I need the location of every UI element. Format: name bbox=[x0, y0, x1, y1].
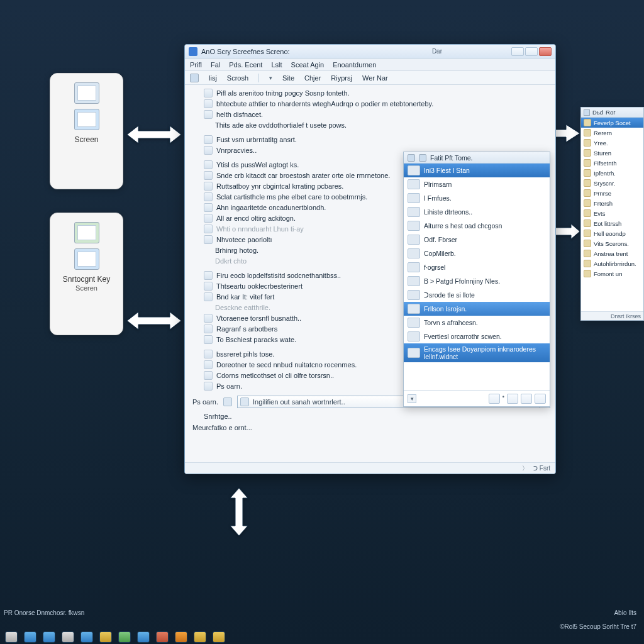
card-label: Screen bbox=[57, 135, 116, 144]
item-icon bbox=[408, 193, 420, 203]
panel-item[interactable]: Torvn s afrahcesn. bbox=[404, 316, 550, 330]
card-screen-2[interactable]: Snrtocgnt Key Sceren bbox=[50, 213, 123, 335]
minimize-button[interactable] bbox=[511, 47, 524, 56]
panel-item[interactable]: B > Patgd Ffolnnjiny Nles. bbox=[404, 274, 550, 288]
panel-item[interactable]: Encags Isee Doyanpiorn inknaroderes lell… bbox=[404, 343, 550, 362]
option-icon bbox=[204, 135, 213, 144]
menu-item[interactable]: Sceat Agin bbox=[291, 61, 325, 69]
toolbar-icon[interactable] bbox=[190, 74, 199, 82]
panel-footer-button[interactable] bbox=[507, 394, 518, 404]
panel-footer-button[interactable] bbox=[521, 394, 532, 404]
taskbar-button[interactable] bbox=[213, 631, 225, 643]
list-item[interactable]: helth disfnacet. bbox=[192, 110, 550, 119]
panel-item[interactable]: f·ogrsel bbox=[404, 260, 550, 274]
right-panel-item[interactable]: Vits Scerons. bbox=[581, 238, 643, 248]
item-label: Autohlirbrrirdun. bbox=[594, 260, 636, 267]
menu-item[interactable]: Prifl bbox=[190, 61, 202, 69]
right-panel-item[interactable]: Sturen bbox=[581, 148, 643, 158]
panel-item[interactable]: Ini3 Flest I Stan bbox=[404, 164, 550, 177]
status-label: 〉 bbox=[522, 464, 528, 473]
item-label: Brhinrg hotog. bbox=[215, 246, 258, 255]
taskbar-button[interactable] bbox=[137, 631, 150, 643]
toolbar-item[interactable]: Scrosh bbox=[227, 74, 248, 82]
panel-footer-button[interactable] bbox=[535, 394, 546, 404]
right-panel-item[interactable]: Yree. bbox=[581, 138, 643, 148]
panel-item[interactable]: Plrimsarn bbox=[404, 177, 550, 191]
item-label: Ruttsatboy ynr cbgintcal krrating pcbare… bbox=[216, 182, 343, 191]
taskbar-button[interactable] bbox=[62, 631, 74, 643]
list-item[interactable]: Pifl als arenitoo tnitng pogcy Sosnp ton… bbox=[192, 89, 550, 97]
taskbar-button[interactable] bbox=[194, 631, 206, 643]
toolbar-item[interactable]: Wer Nar bbox=[362, 74, 388, 82]
list-item[interactable]: Snrhtge.. bbox=[192, 412, 550, 421]
menu-item[interactable]: Fal bbox=[211, 61, 220, 69]
right-panel-item[interactable]: Ipfentrh. bbox=[581, 168, 643, 178]
panel-item[interactable]: Aiturre s hest oad chcgosn bbox=[404, 219, 550, 233]
panel-item[interactable]: CopMilerb. bbox=[404, 247, 550, 260]
item-label: Evts bbox=[594, 210, 605, 217]
panel-item[interactable]: I Fmfues. bbox=[404, 191, 550, 205]
close-button[interactable] bbox=[539, 47, 552, 56]
taskbar-button[interactable] bbox=[175, 631, 187, 643]
option-icon bbox=[204, 371, 213, 380]
list-item[interactable]: bhtecbute athtier to nhardernts wteghAud… bbox=[192, 99, 550, 108]
panel-item[interactable]: Fvertiesl orcarrothr scwen. bbox=[404, 330, 550, 343]
documents-icon bbox=[74, 82, 99, 104]
menu-item[interactable]: Lslt bbox=[271, 61, 282, 69]
right-panel-item[interactable]: Frtersh bbox=[581, 198, 643, 208]
right-panel-item[interactable]: Autohlirbrrirdun. bbox=[581, 258, 643, 269]
right-panel-item[interactable]: Hell eoondp bbox=[581, 228, 643, 238]
right-panel-item[interactable]: Rerern bbox=[581, 128, 643, 138]
toolbar-item[interactable]: lisj bbox=[209, 74, 217, 82]
taskbar-button[interactable] bbox=[43, 631, 55, 643]
list-item: Meurcfatko e ornt... bbox=[192, 423, 550, 432]
maximize-button[interactable] bbox=[525, 47, 538, 56]
dropdown-caret-icon[interactable]: ▾ bbox=[269, 75, 272, 81]
panel-dropdown[interactable]: ▾ bbox=[408, 394, 416, 403]
folder-icon bbox=[584, 250, 591, 257]
card-screen-1[interactable]: Screen bbox=[50, 73, 123, 189]
taskbar-button[interactable] bbox=[80, 631, 93, 643]
toolbar-item[interactable]: Chjer bbox=[304, 74, 321, 82]
panel-item[interactable]: Lihiste dtrteons.. bbox=[404, 205, 550, 219]
right-panel-item[interactable]: Eot littrssh bbox=[581, 218, 643, 228]
item-label: Vits Scerons. bbox=[594, 240, 629, 247]
item-icon bbox=[408, 221, 420, 231]
list-item[interactable]: Fust vsm urbrntatitg ansrt. bbox=[192, 135, 550, 144]
folder-icon bbox=[584, 230, 591, 237]
toolbar-item[interactable]: Riyprsj bbox=[331, 74, 352, 82]
menu-item[interactable]: Pds. Ecent bbox=[229, 61, 262, 69]
option-icon bbox=[204, 271, 213, 280]
item-icon bbox=[408, 348, 420, 358]
menu-item[interactable]: Enoantdurnen bbox=[333, 61, 376, 69]
right-panel-item[interactable]: Feverlp Socet bbox=[581, 118, 643, 128]
toolbar-item[interactable]: Site bbox=[282, 74, 294, 82]
item-label: Sclat cartisthcle ms phe elbet care to o… bbox=[216, 192, 367, 201]
item-label: Meurcfatko e ornt... bbox=[192, 423, 252, 432]
panel-item[interactable]: Ɔsrode tle si llote bbox=[404, 288, 550, 302]
right-panel-item[interactable]: Fomont un bbox=[581, 269, 643, 279]
right-panel-item[interactable]: Sryscnr. bbox=[581, 178, 643, 188]
header-label: Dьd bbox=[592, 109, 603, 116]
taskbar-button[interactable] bbox=[156, 631, 169, 643]
item-icon bbox=[408, 290, 420, 300]
panel-header-icon bbox=[408, 154, 415, 162]
right-panel-item[interactable]: Prnrse bbox=[581, 188, 643, 198]
list-item: Thits ade ake ovddothortialef t usete po… bbox=[192, 121, 550, 130]
panel-item[interactable]: Frllson Isrojsn. bbox=[404, 302, 550, 316]
taskbar-button[interactable] bbox=[24, 631, 36, 643]
taskbar-button[interactable] bbox=[99, 631, 112, 643]
item-label: Desckne eatthrile. bbox=[215, 303, 270, 312]
option-icon bbox=[204, 99, 213, 108]
item-label: helth disfnacet. bbox=[216, 110, 263, 119]
taskbar-button[interactable] bbox=[5, 631, 18, 643]
panel-item[interactable]: Odf. Fbrser bbox=[404, 233, 550, 247]
item-label: Fust vsm urbrntatitg ansrt. bbox=[216, 135, 297, 144]
item-label: Sryscnr. bbox=[594, 180, 615, 187]
right-panel-item[interactable]: Evts bbox=[581, 208, 643, 218]
item-label: Firu eocb lopdelfstisitd sodcnethanitbss… bbox=[216, 271, 341, 280]
right-panel-item[interactable]: Fifsetnth bbox=[581, 158, 643, 168]
right-panel-item[interactable]: Anstrea trent bbox=[581, 248, 643, 258]
panel-footer-button[interactable] bbox=[489, 394, 500, 404]
taskbar-button[interactable] bbox=[118, 631, 131, 643]
